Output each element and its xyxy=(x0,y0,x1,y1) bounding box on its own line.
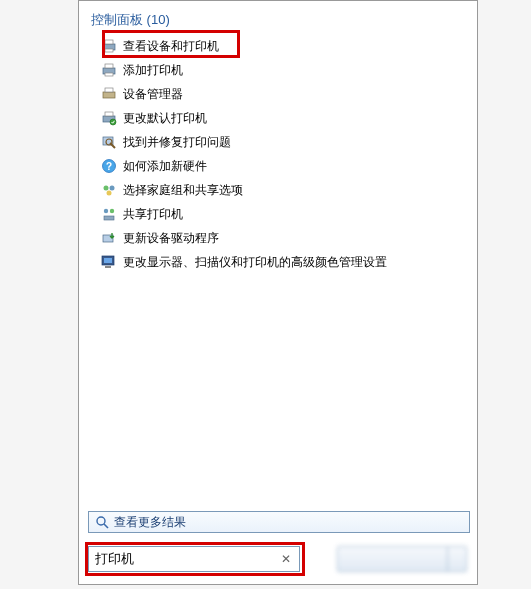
result-share-printer[interactable]: 共享打印机 xyxy=(101,203,469,225)
printer-devices-icon xyxy=(101,38,117,54)
svg-rect-1 xyxy=(105,40,113,44)
results-list: 查看设备和打印机 添加打印机 设备管理器 更改默认打印机 找到并修复打印问题 xyxy=(79,35,477,273)
svg-rect-23 xyxy=(104,258,112,263)
troubleshoot-icon xyxy=(101,134,117,150)
result-homegroup-sharing[interactable]: 选择家庭组和共享选项 xyxy=(101,179,469,201)
result-label: 如何添加新硬件 xyxy=(123,158,207,175)
shutdown-split-divider xyxy=(447,547,448,571)
color-management-icon xyxy=(101,254,117,270)
search-icon xyxy=(95,515,109,529)
svg-rect-5 xyxy=(105,73,113,76)
svg-rect-7 xyxy=(105,88,113,92)
printer-add-icon xyxy=(101,62,117,78)
svg-point-19 xyxy=(110,209,114,213)
svg-point-25 xyxy=(97,517,105,525)
svg-point-16 xyxy=(110,186,115,191)
result-label: 更改默认打印机 xyxy=(123,110,207,127)
svg-rect-24 xyxy=(105,266,111,268)
result-how-add-hardware[interactable]: ? 如何添加新硬件 xyxy=(101,155,469,177)
shutdown-button[interactable] xyxy=(337,546,467,572)
result-label: 设备管理器 xyxy=(123,86,183,103)
result-view-devices-printers[interactable]: 查看设备和打印机 xyxy=(101,35,469,57)
search-input[interactable] xyxy=(95,552,279,567)
printer-default-icon xyxy=(101,110,117,126)
svg-point-17 xyxy=(107,191,112,196)
svg-rect-20 xyxy=(104,216,114,220)
svg-point-15 xyxy=(104,186,109,191)
result-troubleshoot-printing[interactable]: 找到并修复打印问题 xyxy=(101,131,469,153)
result-label: 共享打印机 xyxy=(123,206,183,223)
result-device-manager[interactable]: 设备管理器 xyxy=(101,83,469,105)
result-change-default-printer[interactable]: 更改默认打印机 xyxy=(101,107,469,129)
result-label: 更新设备驱动程序 xyxy=(123,230,219,247)
result-label: 添加打印机 xyxy=(123,62,183,79)
search-row: ✕ xyxy=(88,546,300,572)
svg-rect-6 xyxy=(103,92,115,98)
see-more-label: 查看更多结果 xyxy=(114,514,186,531)
device-manager-icon xyxy=(101,86,117,102)
clear-search-icon[interactable]: ✕ xyxy=(279,552,293,566)
search-results-panel: 控制面板 (10) 查看设备和打印机 添加打印机 设备管理器 更改默认打印机 xyxy=(78,0,478,585)
result-color-management[interactable]: 更改显示器、扫描仪和打印机的高级颜色管理设置 xyxy=(101,251,469,273)
category-header-control-panel[interactable]: 控制面板 (10) xyxy=(79,1,477,35)
svg-rect-4 xyxy=(105,64,113,68)
homegroup-icon xyxy=(101,182,117,198)
svg-rect-2 xyxy=(105,49,113,52)
result-add-printer[interactable]: 添加打印机 xyxy=(101,59,469,81)
see-more-results-button[interactable]: 查看更多结果 xyxy=(88,511,470,533)
result-update-driver[interactable]: 更新设备驱动程序 xyxy=(101,227,469,249)
result-label: 找到并修复打印问题 xyxy=(123,134,231,151)
help-icon: ? xyxy=(101,158,117,174)
update-driver-icon xyxy=(101,230,117,246)
svg-text:?: ? xyxy=(106,161,112,172)
search-box[interactable]: ✕ xyxy=(88,546,300,572)
result-label: 更改显示器、扫描仪和打印机的高级颜色管理设置 xyxy=(123,254,387,271)
result-label: 查看设备和打印机 xyxy=(123,38,219,55)
share-printer-icon xyxy=(101,206,117,222)
svg-point-18 xyxy=(104,209,108,213)
result-label: 选择家庭组和共享选项 xyxy=(123,182,243,199)
svg-rect-9 xyxy=(105,112,113,116)
